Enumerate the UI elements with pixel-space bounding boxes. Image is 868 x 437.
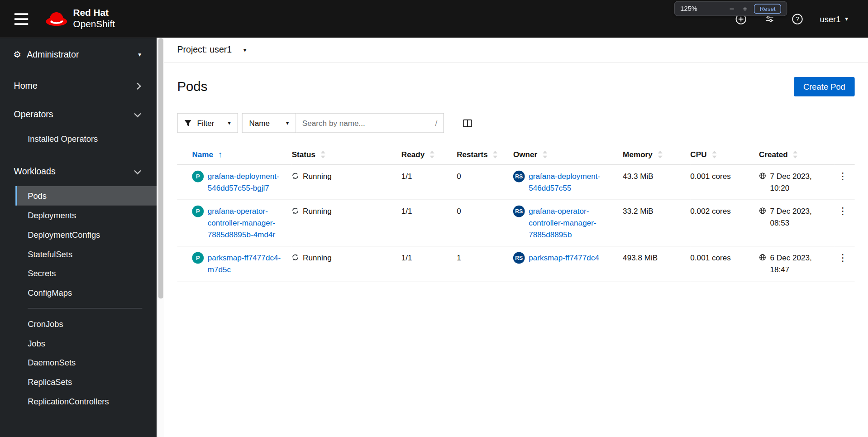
column-header-name[interactable]: Name↑ xyxy=(177,144,291,165)
filter-toolbar: Filter ▾ Name ▾ / xyxy=(164,96,868,133)
browser-zoom-popup: 125% − + Reset xyxy=(674,1,787,16)
memory-cell: 33.2 MiB xyxy=(623,200,690,246)
sidebar-item-label: Installed Operators xyxy=(28,134,98,144)
sidebar-item-home[interactable]: Home xyxy=(0,72,157,101)
sidebar-item-replicasets[interactable]: ReplicaSets xyxy=(15,372,157,392)
page-title: Pods xyxy=(177,77,207,96)
zoom-in-button[interactable]: + xyxy=(741,5,749,13)
ready-cell: 1/1 xyxy=(401,246,457,281)
globe-icon xyxy=(759,254,766,261)
sidebar-item-daemonsets[interactable]: DaemonSets xyxy=(15,353,157,372)
brand-line1: Red Hat xyxy=(73,8,114,19)
column-header-restarts[interactable]: Restarts xyxy=(457,144,513,165)
chevron-right-icon xyxy=(134,82,141,90)
status-text: Running xyxy=(303,206,332,217)
create-pod-button[interactable]: Create Pod xyxy=(794,77,854,96)
sidebar-item-installed-operators[interactable]: Installed Operators xyxy=(15,129,157,149)
chevron-down-icon xyxy=(134,167,141,174)
chevron-down-icon xyxy=(134,110,141,117)
owner-link[interactable]: grafana-deployment-546dd57c55 xyxy=(529,171,617,194)
pod-badge: P xyxy=(192,252,204,264)
project-bar: Project: user1 ▾ xyxy=(164,38,868,62)
cpu-cell: 0.001 cores xyxy=(690,246,759,281)
column-header-ready[interactable]: Ready xyxy=(401,144,457,165)
page-header: Pods Create Pod xyxy=(164,62,868,96)
sort-icon xyxy=(493,150,498,158)
ready-cell: 1/1 xyxy=(401,200,457,246)
sidebar-item-label: ReplicationControllers xyxy=(28,397,109,406)
owner-link[interactable]: grafana-operator-controller-manager-7885… xyxy=(529,206,617,240)
filter-dropdown[interactable]: Filter ▾ xyxy=(177,113,238,133)
caret-down-icon: ▾ xyxy=(228,120,231,126)
user-menu[interactable]: user1 ▾ xyxy=(820,14,848,24)
sidebar-item-cronjobs[interactable]: CronJobs xyxy=(15,314,157,334)
gear-icon: ⚙ xyxy=(13,49,21,60)
user-name: user1 xyxy=(820,14,840,24)
created-text: 7 Dec 2023, 10:20 xyxy=(770,171,829,194)
sidebar-item-configmaps[interactable]: ConfigMaps xyxy=(15,283,157,303)
caret-down-icon: ▾ xyxy=(286,120,289,126)
memory-cell: 493.8 MiB xyxy=(623,246,690,281)
sort-icon xyxy=(712,150,717,158)
kebab-menu-icon[interactable]: ⋮ xyxy=(835,206,851,217)
nav-divider xyxy=(28,308,142,308)
kebab-menu-icon[interactable]: ⋮ xyxy=(835,252,851,264)
sidebar-item-deployments[interactable]: Deployments xyxy=(15,206,157,225)
search-attribute-dropdown[interactable]: Name ▾ xyxy=(242,113,296,133)
main-content: Project: user1 ▾ Pods Create Pod Filter … xyxy=(164,38,868,437)
zoom-out-button[interactable]: − xyxy=(728,5,736,13)
sidebar-item-pods[interactable]: Pods xyxy=(15,186,157,206)
owner-link[interactable]: parksmap-ff7477dc4 xyxy=(529,252,599,264)
column-header-status[interactable]: Status xyxy=(292,144,401,165)
table-row: P grafana-deployment-546dd57c55-bgjl7 Ru… xyxy=(177,165,854,200)
sidebar-item-statefulsets[interactable]: StatefulSets xyxy=(15,244,157,264)
pod-link[interactable]: grafana-deployment-546dd57c55-bgjl7 xyxy=(208,171,286,194)
filter-icon xyxy=(184,120,191,127)
sort-ascending-icon: ↑ xyxy=(218,149,222,159)
zoom-level: 125% xyxy=(680,5,697,12)
openshift-console: Red Hat OpenShift ? user1 ▾ 125% − + Res… xyxy=(0,0,868,437)
replicaset-badge: RS xyxy=(513,252,525,264)
sort-icon xyxy=(793,150,798,158)
perspective-switcher[interactable]: ⚙ Administrator ▾ xyxy=(0,38,157,72)
sidebar-item-replicationcontrollers[interactable]: ReplicationControllers xyxy=(15,392,157,411)
globe-icon xyxy=(759,172,766,179)
column-header-memory[interactable]: Memory xyxy=(623,144,690,165)
table-row: P grafana-operator-controller-manager-78… xyxy=(177,200,854,246)
sidebar-item-label: DeploymentConfigs xyxy=(28,230,100,240)
sidebar-scrollbar xyxy=(157,38,164,437)
column-management-icon[interactable] xyxy=(463,119,472,127)
sidebar-item-deploymentconfigs[interactable]: DeploymentConfigs xyxy=(15,225,157,245)
sort-icon xyxy=(658,150,663,158)
nav-toggle-button[interactable] xyxy=(11,10,31,28)
column-header-owner[interactable]: Owner xyxy=(513,144,623,165)
pod-link[interactable]: grafana-operator-controller-manager-7885… xyxy=(208,206,286,240)
column-header-cpu[interactable]: CPU xyxy=(690,144,759,165)
sidebar-scrollbar-thumb[interactable] xyxy=(158,38,163,298)
sidebar-item-jobs[interactable]: Jobs xyxy=(15,333,157,353)
sidebar-item-secrets[interactable]: Secrets xyxy=(15,264,157,283)
sidebar-item-operators[interactable]: Operators xyxy=(0,100,157,129)
restarts-cell: 0 xyxy=(457,165,513,200)
sidebar-item-label: Pods xyxy=(28,191,47,201)
table-row: P parksmap-ff7477dc4-m7d5c Running 1/1 1… xyxy=(177,246,854,281)
column-header-actions xyxy=(835,144,855,165)
kebab-menu-icon[interactable]: ⋮ xyxy=(835,171,851,182)
globe-icon xyxy=(759,207,766,214)
sidebar-item-workloads[interactable]: Workloads xyxy=(0,157,157,186)
status-text: Running xyxy=(303,252,332,264)
sidebar-item-label: StatefulSets xyxy=(28,249,72,259)
pods-table: Name↑ Status Ready Restarts Owner xyxy=(164,133,868,282)
caret-down-icon: ▾ xyxy=(138,52,141,58)
search-input[interactable] xyxy=(302,119,432,128)
zoom-reset-button[interactable]: Reset xyxy=(754,4,781,14)
help-icon[interactable]: ? xyxy=(792,13,804,25)
project-selector[interactable]: Project: user1 ▾ xyxy=(177,45,246,55)
pod-badge: P xyxy=(192,171,204,182)
created-text: 7 Dec 2023, 08:53 xyxy=(770,206,829,229)
column-header-created[interactable]: Created xyxy=(759,144,835,165)
sidebar: ⚙ Administrator ▾ Home Operators Install… xyxy=(0,38,157,437)
caret-down-icon: ▾ xyxy=(845,16,848,22)
pod-link[interactable]: parksmap-ff7477dc4-m7d5c xyxy=(208,252,286,275)
replicaset-badge: RS xyxy=(513,206,525,217)
